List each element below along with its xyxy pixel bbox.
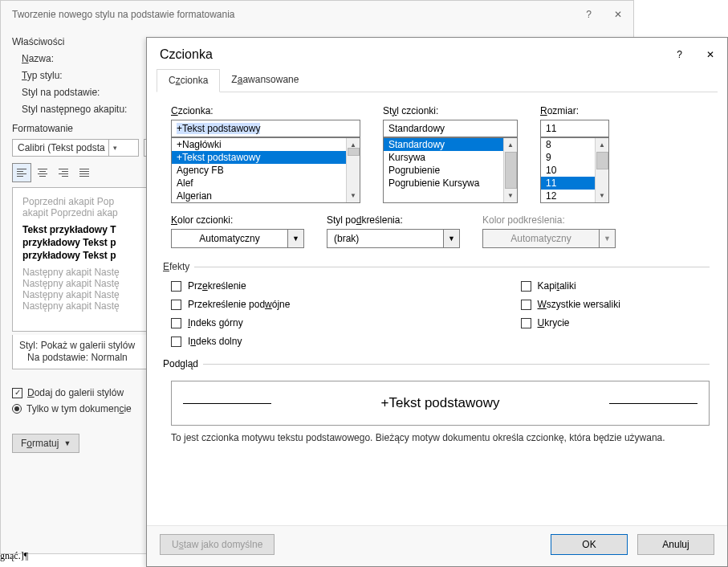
font-preview-note: To jest czcionka motywu tekstu podstawow… xyxy=(171,432,710,443)
list-item[interactable]: 11 xyxy=(541,177,595,190)
list-item[interactable]: 9 xyxy=(541,151,595,164)
subscript-checkbox[interactable]: Indeks dolny xyxy=(171,336,360,347)
font-listbox[interactable]: +Nagłówki +Tekst podstawowy Agency FB Al… xyxy=(171,137,360,203)
list-item[interactable]: Alef xyxy=(172,177,346,190)
list-item[interactable]: Kursywa xyxy=(384,151,503,164)
close-icon[interactable]: ✕ xyxy=(614,9,622,20)
scrollbar[interactable]: ▲ ▼ xyxy=(503,138,517,202)
scrollbar[interactable]: ▲ ▼ xyxy=(595,138,608,202)
tab-font[interactable]: Czcionka xyxy=(157,69,220,92)
align-center-button[interactable] xyxy=(33,163,52,182)
preview-legend: Podgląd xyxy=(163,358,203,369)
ok-button[interactable]: OK xyxy=(551,534,628,555)
chevron-down-icon: ▼ xyxy=(600,229,616,248)
font-color-combo[interactable]: Automatyczny ▼ xyxy=(171,229,304,248)
font-preview-box: +Tekst podstawowy xyxy=(171,381,710,426)
underline-style-combo[interactable]: (brak) ▼ xyxy=(327,229,460,248)
scrollbar[interactable]: ▲ ▼ xyxy=(346,138,360,202)
font-family-value: Calibri (Tekst podsta xyxy=(13,142,108,153)
chevron-up-icon[interactable]: ▲ xyxy=(596,138,608,152)
set-default-button: Ustaw jako domyślne xyxy=(160,534,275,555)
radio-selected-icon xyxy=(12,404,22,414)
underline-style-label: Styl podkreślenia: xyxy=(327,214,460,226)
list-item[interactable]: +Nagłówki xyxy=(172,138,346,151)
tab-advanced[interactable]: Zaawansowane xyxy=(220,69,310,92)
font-dialog: Czcionka ? ✕ Czcionka Zaawansowane Czcio… xyxy=(146,37,728,567)
checkbox-icon xyxy=(171,281,181,292)
tabs: Czcionka Zaawansowane xyxy=(157,68,718,92)
underline-color-label: Kolor podkreślenia: xyxy=(482,214,616,226)
list-item[interactable]: +Tekst podstawowy xyxy=(172,151,346,164)
font-color-label: Kolor czcionki: xyxy=(171,214,304,226)
underline-color-combo: Automatyczny ▼ xyxy=(482,229,616,248)
create-style-title: Tworzenie nowego stylu na podstawie form… xyxy=(12,9,235,20)
cancel-button[interactable]: Anuluj xyxy=(637,534,714,555)
chevron-down-icon[interactable]: ▾ xyxy=(108,140,121,156)
list-item[interactable]: Standardowy xyxy=(384,138,503,151)
list-item[interactable]: 12 xyxy=(541,190,595,202)
chevron-up-icon[interactable]: ▲ xyxy=(504,138,517,152)
strikethrough-checkbox[interactable]: Przekreślenie xyxy=(171,280,360,292)
font-size-label: Rozmiar: xyxy=(540,105,609,116)
checkbox-icon xyxy=(171,318,181,328)
list-item[interactable]: 10 xyxy=(541,164,595,177)
align-right-button[interactable] xyxy=(54,163,73,182)
font-family-combo[interactable]: Calibri (Tekst podsta ▾ xyxy=(12,139,139,157)
chevron-down-icon: ▼ xyxy=(63,439,71,447)
list-item[interactable]: 8 xyxy=(541,138,595,151)
checkbox-icon xyxy=(521,318,531,328)
help-icon[interactable]: ? xyxy=(586,9,592,20)
font-input[interactable]: +Tekst podstawowy xyxy=(171,120,360,137)
list-item[interactable]: Algerian xyxy=(172,190,346,202)
preview-line-right xyxy=(609,403,697,404)
checkbox-icon xyxy=(521,300,531,310)
font-size-listbox[interactable]: 8 9 10 11 12 ▲ ▼ xyxy=(540,137,609,203)
format-button[interactable]: Formatuj ▼ xyxy=(12,434,79,453)
superscript-checkbox[interactable]: Indeks górny xyxy=(171,317,360,328)
checkbox-icon xyxy=(171,337,181,347)
help-icon[interactable]: ? xyxy=(677,49,682,60)
effects-legend: Efekty xyxy=(163,261,194,272)
allcaps-checkbox[interactable]: Wszystkie wersaliki xyxy=(521,299,710,310)
list-item[interactable]: Pogrubienie xyxy=(384,164,503,177)
list-item[interactable]: Pogrubienie Kursywa xyxy=(384,177,503,190)
hidden-checkbox[interactable]: Ukrycie xyxy=(521,317,710,328)
font-preview-sample: +Tekst podstawowy xyxy=(381,395,500,411)
checkbox-icon xyxy=(521,281,531,292)
chevron-down-icon[interactable]: ▼ xyxy=(596,189,608,202)
preview-line-left xyxy=(183,403,271,404)
font-style-label: Styl czcionki: xyxy=(383,105,518,116)
font-size-input[interactable]: 11 xyxy=(540,120,609,137)
scroll-thumb[interactable] xyxy=(596,152,608,169)
font-style-input[interactable]: Standardowy xyxy=(383,120,518,137)
chevron-down-icon[interactable]: ▼ xyxy=(444,229,460,248)
align-left-button[interactable] xyxy=(12,163,31,182)
font-style-listbox[interactable]: Standardowy Kursywa Pogrubienie Pogrubie… xyxy=(383,137,518,203)
font-dialog-title: Czcionka xyxy=(160,47,213,62)
smallcaps-checkbox[interactable]: Kapitaliki xyxy=(521,280,710,292)
document-fragment: gnąć.]¶ xyxy=(0,550,28,562)
chevron-down-icon[interactable]: ▼ xyxy=(288,229,304,248)
chevron-down-icon[interactable]: ▼ xyxy=(504,189,517,202)
scroll-thumb[interactable] xyxy=(505,152,517,189)
align-justify-button[interactable] xyxy=(75,163,94,182)
checkbox-checked-icon: ✓ xyxy=(12,388,22,398)
font-label: Czcionka: xyxy=(171,105,360,116)
chevron-down-icon[interactable]: ▼ xyxy=(347,189,360,202)
list-item[interactable]: Agency FB xyxy=(172,164,346,177)
scroll-thumb[interactable] xyxy=(348,148,360,156)
double-strikethrough-checkbox[interactable]: Przekreślenie podwójne xyxy=(171,299,360,310)
checkbox-icon xyxy=(171,300,181,310)
close-icon[interactable]: ✕ xyxy=(706,49,714,60)
